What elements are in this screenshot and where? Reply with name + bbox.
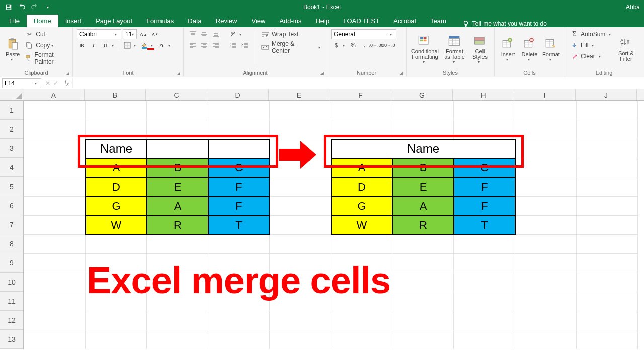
autosum-icon: Σ [569,29,579,39]
conditional-formatting-button[interactable]: Conditional Formatting▾ [411,29,439,69]
comma-format-button[interactable]: , [360,40,370,50]
col-header[interactable]: D [207,89,269,100]
align-bottom-icon[interactable] [211,29,221,39]
col-header[interactable]: E [269,89,330,100]
insert-cells-button[interactable]: Insert▾ [499,29,517,69]
dialog-launcher-icon[interactable]: ◢ [177,71,182,76]
tab-help[interactable]: Help [308,15,336,27]
italic-button[interactable]: I [89,40,99,50]
decrease-font-icon[interactable]: A▼ [150,29,160,39]
row-header[interactable]: 11 [0,292,23,311]
svg-rect-5 [12,42,18,49]
select-all-button[interactable] [0,89,23,100]
redo-icon[interactable] [29,2,40,13]
undo-icon[interactable] [16,2,27,13]
col-header[interactable]: G [391,89,453,100]
decrease-indent-icon[interactable] [228,40,238,50]
col-header[interactable]: A [23,89,85,100]
col-header[interactable]: C [146,89,207,100]
fx-icon[interactable]: fx [61,79,72,87]
tab-view[interactable]: View [244,15,272,27]
row-header[interactable]: 4 [0,158,23,177]
tab-home[interactable]: Home [27,15,58,27]
col-header[interactable]: B [85,89,146,100]
format-painter-button[interactable]: Format Painter [24,51,68,65]
row-headers: 1 2 3 4 5 6 7 8 9 10 11 12 13 [0,101,24,349]
dialog-launcher-icon[interactable]: ◢ [399,71,405,76]
percent-format-button[interactable]: % [348,40,358,50]
dialog-launcher-icon[interactable]: ◢ [320,71,325,76]
clear-button[interactable]: Clear▾ [569,51,613,61]
format-cells-button[interactable]: Format▾ [542,29,560,69]
align-left-icon[interactable] [188,40,198,50]
row-header[interactable]: 3 [0,139,23,158]
sort-filter-button[interactable]: AZSort & Filter [616,29,636,69]
fill-button[interactable]: Fill▾ [569,40,613,50]
tab-team[interactable]: Team [423,15,453,27]
tab-formulas[interactable]: Formulas [139,15,181,27]
borders-button[interactable] [122,40,132,50]
tab-load-test[interactable]: LOAD TEST [336,15,386,27]
cut-button[interactable]: ✂Cut [24,29,68,39]
row-header[interactable]: 9 [0,253,23,273]
tab-add-ins[interactable]: Add-ins [272,15,308,27]
font-color-button[interactable]: A [156,40,167,50]
increase-decimal-button[interactable]: .0→.00 [371,40,381,50]
increase-indent-icon[interactable] [239,40,250,50]
wrap-text-button[interactable]: Wrap Text [260,29,323,39]
row-header[interactable]: 12 [0,311,23,330]
col-header[interactable]: F [330,89,391,100]
font-name-input[interactable]: Calibri▾ [77,29,121,39]
align-top-icon[interactable] [188,29,198,39]
bold-button[interactable]: B [77,40,87,50]
cell-grid[interactable]: Name ABC DEF GAF WRT Name ABC DEF GAF [24,101,638,349]
cancel-formula-icon[interactable]: ✕ [45,80,50,87]
cut-icon: ✂ [24,29,34,39]
row-header[interactable]: 7 [0,215,23,234]
dialog-launcher-icon[interactable]: ◢ [66,71,71,76]
increase-font-icon[interactable]: A▲ [138,29,148,39]
row-header[interactable]: 10 [0,273,23,292]
row-header[interactable]: 13 [0,330,23,349]
paste-button[interactable]: Paste▾ [4,29,21,69]
svg-text:Z: Z [621,42,624,47]
col-header[interactable]: J [576,89,637,100]
format-as-table-button[interactable]: Format as Table▾ [442,29,467,69]
row-header[interactable]: 2 [0,120,23,139]
cell-styles-button[interactable]: Cell Styles▾ [470,29,490,69]
merge-center-button[interactable]: Merge & Center▾ [260,40,323,54]
delete-cells-button[interactable]: Delete▾ [520,29,539,69]
autosum-button[interactable]: ΣAutoSum▾ [569,29,613,39]
enter-formula-icon[interactable]: ✓ [53,80,58,87]
font-size-input[interactable]: 11▾ [123,29,137,39]
copy-button[interactable]: Copy▾ [24,40,68,50]
accounting-format-button[interactable]: $ [331,40,341,50]
tab-acrobat[interactable]: Acrobat [386,15,423,27]
row-header[interactable]: 6 [0,196,23,215]
tab-review[interactable]: Review [209,15,245,27]
orientation-icon[interactable]: ab [228,29,238,39]
number-format-input[interactable]: General▾ [331,29,396,39]
tab-page-layout[interactable]: Page Layout [89,15,139,27]
col-header[interactable]: I [514,89,576,100]
row-header[interactable]: 8 [0,234,23,253]
merge-icon [260,42,270,52]
tab-data[interactable]: Data [181,15,208,27]
col-header[interactable]: H [453,89,514,100]
underline-button[interactable]: U [100,40,110,50]
formula-input[interactable] [72,78,644,88]
decrease-decimal-button[interactable]: .00→.0 [383,40,393,50]
align-right-icon[interactable] [211,40,221,50]
save-icon[interactable] [3,2,14,13]
name-box[interactable]: L14▾ [2,78,41,88]
tab-file[interactable]: File [2,15,27,27]
row-header[interactable]: 5 [0,177,23,196]
format-painter-icon [24,53,33,63]
tell-me[interactable]: Tell me what you want to do [462,20,547,27]
align-center-icon[interactable] [199,40,209,50]
row-header[interactable]: 1 [0,101,23,120]
align-middle-icon[interactable] [199,29,209,39]
tab-insert[interactable]: Insert [58,15,89,27]
formula-bar: L14▾ ✕ ✓ fx [0,77,644,89]
qat-customize-icon[interactable]: ▾ [42,2,53,13]
